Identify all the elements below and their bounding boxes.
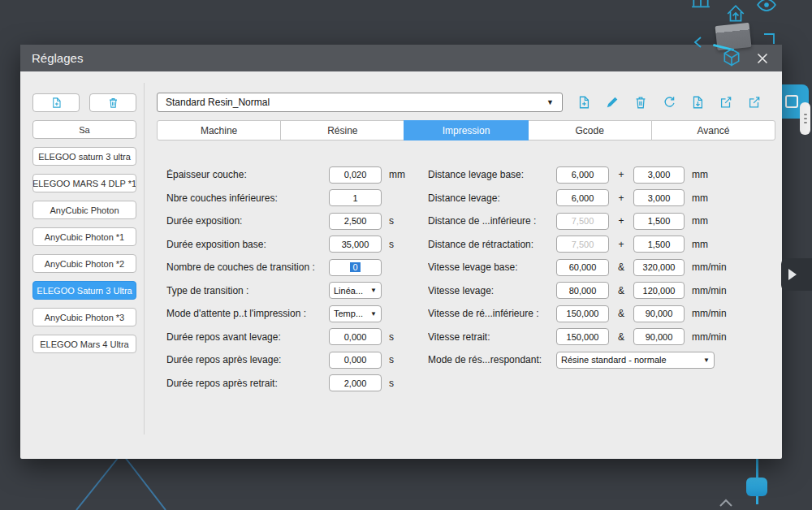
input-value: 120,000: [643, 286, 676, 296]
form-row: Durée repos après levage:0,000s: [166, 348, 428, 372]
input-value: 7,500: [572, 216, 594, 226]
field-input-secondary[interactable]: 120,000: [633, 282, 685, 299]
field-label: Durée exposition base:: [166, 239, 329, 250]
collapse-chevron-icon[interactable]: [718, 496, 734, 509]
field-input-primary[interactable]: 7,500: [556, 213, 609, 230]
dialog-titlebar: Réglages: [20, 45, 782, 71]
form-row: Distance de ...inférieure :7,500+1,500mm: [428, 210, 727, 233]
printer-profile-elegoo-mars-4-ultra[interactable]: ELEGOO Mars 4 Ultra: [32, 335, 136, 353]
printer-profile-elegoo-saturn-3-ultra[interactable]: ELEGOO saturn 3 ultra: [32, 147, 136, 166]
tab-avance[interactable]: Avancé: [651, 120, 775, 140]
gizmo-handle[interactable]: [746, 478, 767, 496]
unit-label: mm/min: [692, 308, 727, 319]
input-value: 6,000: [572, 170, 594, 179]
chevron-down-icon: ▼: [370, 287, 377, 294]
expand-arrow-icon: [788, 269, 797, 280]
field-input[interactable]: 0,020: [329, 166, 382, 184]
save-profile-button[interactable]: [686, 93, 708, 112]
field-label: Mode d'attente p..t l'impression :: [166, 308, 329, 319]
eye-icon[interactable]: [756, 0, 777, 15]
form-row: Nbre couches inférieures:1: [166, 187, 428, 210]
printer-profile-elegoo-saturn-3-ultra[interactable]: ELEGOO Saturn 3 Ultra: [32, 281, 136, 300]
tab-resine[interactable]: Résine: [280, 120, 404, 140]
form-row: Nombre de couches de transition :0: [166, 256, 428, 279]
delete-resin-profile-button[interactable]: [629, 93, 651, 112]
field-input[interactable]: 2,000: [329, 374, 382, 391]
scrollbar-grip-icon: [804, 118, 807, 119]
field-input-secondary[interactable]: 3,000: [633, 189, 685, 206]
field-input-primary[interactable]: 150,000: [556, 305, 609, 322]
input-value: 2,500: [344, 216, 367, 226]
share-profile-button[interactable]: [743, 93, 765, 112]
field-label: Distance levage base:: [428, 169, 556, 180]
tab-impression[interactable]: Impression: [404, 120, 528, 140]
field-input-secondary[interactable]: 320,000: [633, 259, 685, 276]
field-select[interactable]: Résine standard - normale▼: [556, 352, 715, 369]
printer-profile-anycubic-photon-1[interactable]: AnyCubic Photon *1: [32, 227, 136, 246]
pencil-icon: [605, 95, 620, 110]
field-label: Vitesse de ré...inférieure :: [428, 308, 556, 319]
field-input-primary[interactable]: 80,000: [556, 282, 609, 299]
delete-machine-button[interactable]: [89, 93, 136, 112]
form-row: Distance de rétractation:7,500+1,500mm: [428, 233, 727, 257]
field-input-primary[interactable]: 7,500: [556, 236, 609, 253]
field-input-primary[interactable]: 6,000: [556, 166, 609, 184]
mini-scrollbar[interactable]: [800, 102, 810, 135]
tool-glyph-icon: [785, 95, 798, 108]
field-input-secondary[interactable]: 1,500: [633, 236, 685, 253]
tab-gcode[interactable]: Gcode: [528, 120, 652, 140]
chevron-down-icon: ▼: [546, 98, 554, 106]
field-input-secondary[interactable]: 3,000: [633, 166, 685, 184]
close-icon[interactable]: [753, 49, 772, 68]
form-row: Vitesse levage:80,000&120,000mm/min: [428, 279, 727, 303]
form-row: Vitesse retrait:150,000&90,000mm/min: [428, 326, 727, 349]
field-input-secondary[interactable]: 90,000: [633, 305, 685, 322]
operator-label: +: [609, 239, 633, 250]
settings-main: Standard Resin_Normal ▼ MachineRésineImp…: [157, 93, 775, 395]
build-platform-icon[interactable]: [690, 0, 711, 13]
printer-profile-sa[interactable]: Sa: [32, 120, 136, 139]
field-input-primary[interactable]: 150,000: [556, 328, 609, 345]
field-input[interactable]: 2,500: [329, 213, 382, 230]
unit-label: s: [389, 331, 394, 343]
reset-profile-button[interactable]: [658, 93, 680, 112]
input-value: 0,000: [344, 332, 367, 342]
new-resin-profile-button[interactable]: [572, 93, 594, 112]
box-arrow-icon: [747, 95, 762, 110]
field-input-primary[interactable]: 60,000: [556, 259, 609, 276]
input-value: 60,000: [569, 262, 597, 272]
printer-profile-elegoo-mars-4-dlp-1[interactable]: ELEGOO MARS 4 DLP *1: [32, 174, 136, 192]
field-input-secondary[interactable]: 90,000: [633, 328, 685, 345]
field-input[interactable]: 0: [329, 259, 382, 276]
resin-preset-select[interactable]: Standard Resin_Normal ▼: [157, 93, 563, 112]
rename-profile-button[interactable]: [601, 93, 623, 112]
field-select[interactable]: Linéa...▼: [329, 282, 382, 299]
field-label: Nbre couches inférieures:: [166, 192, 329, 204]
field-select[interactable]: Temp...▼: [329, 305, 382, 322]
printer-profile-anycubic-photon-2[interactable]: AnyCubic Photon *2: [32, 254, 136, 273]
sidebar-divider: [144, 83, 145, 434]
home-view-icon[interactable]: [725, 3, 746, 24]
doc-plus-icon: [50, 97, 63, 109]
form-row: Distance levage base:6,000+3,000mm: [428, 163, 727, 187]
form-row: Durée exposition base:35,000s: [166, 233, 428, 257]
machine-sidebar: SaELEGOO saturn 3 ultraELEGOO MARS 4 DLP…: [32, 93, 136, 361]
field-input-secondary[interactable]: 1,500: [633, 213, 685, 230]
field-input[interactable]: 35,000: [329, 236, 382, 253]
input-value: 1,500: [648, 216, 671, 226]
field-label: Durée exposition:: [166, 215, 329, 227]
unit-label: mm: [389, 169, 405, 180]
tab-machine[interactable]: Machine: [157, 120, 281, 140]
scrollbar-grip-icon: [804, 122, 807, 123]
add-machine-button[interactable]: [32, 93, 80, 112]
export-profile-button[interactable]: [715, 93, 736, 112]
field-input-primary[interactable]: 6,000: [556, 189, 609, 206]
field-input[interactable]: 1: [329, 189, 382, 206]
unit-label: mm: [692, 169, 708, 180]
printer-profile-anycubic-photon-3[interactable]: AnyCubic Photon *3: [32, 308, 136, 326]
field-input[interactable]: 0,000: [329, 352, 382, 369]
printer-profile-anycubic-photon[interactable]: AnyCubic Photon: [32, 201, 136, 219]
field-input[interactable]: 0,000: [329, 328, 382, 345]
form-row: Durée repos avant levage:0,000s: [166, 326, 428, 349]
side-panel-flyout-tab[interactable]: [781, 258, 812, 291]
